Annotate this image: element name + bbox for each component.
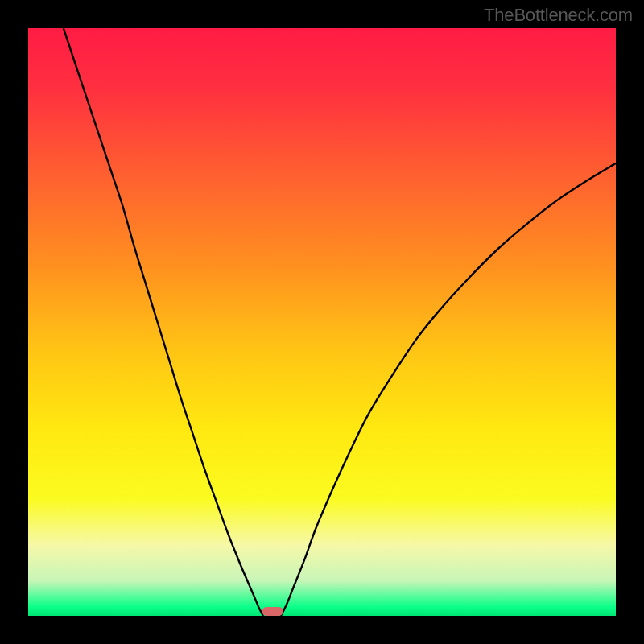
plot-area: [28, 28, 616, 616]
chart-svg: [28, 28, 616, 616]
chart-container: TheBottleneck.com: [0, 0, 644, 644]
background-gradient: [28, 28, 616, 616]
attribution-label: TheBottleneck.com: [484, 5, 633, 26]
optimal-marker: [262, 607, 283, 616]
